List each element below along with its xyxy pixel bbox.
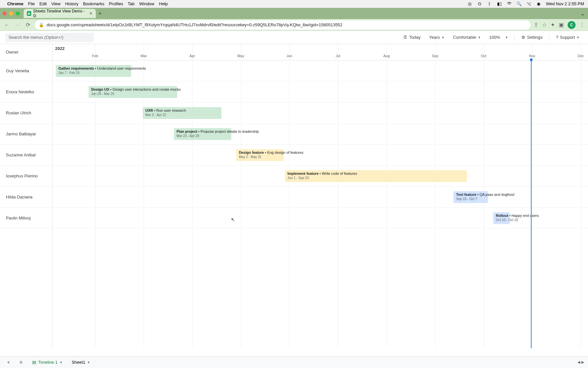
app-name[interactable]: Chrome <box>7 1 23 6</box>
control-center-icon[interactable]: ⌥ <box>526 1 532 7</box>
zoom-label: 100% <box>489 35 500 40</box>
task-title: Test feature <box>456 193 476 196</box>
menubar-datetime[interactable]: Wed Nov 2 2:55 PM <box>546 1 584 6</box>
sheets-toolbar: Search the menus (Option+/) 🗓 Today Year… <box>0 31 588 44</box>
forward-button[interactable]: → <box>14 21 21 29</box>
extensions-icon[interactable]: ✦ <box>551 22 555 28</box>
owner-row[interactable]: Guy Venetia <box>0 60 52 81</box>
share-icon[interactable]: ⇪ <box>534 22 538 28</box>
chrome-menu-icon[interactable]: ⋮ <box>579 22 585 28</box>
sheet-nav-right[interactable]: ▶ <box>581 360 584 364</box>
task-bar[interactable]: UXR • Run user researchMar 3 - Apr 22 <box>143 107 221 119</box>
month-label: Apr <box>189 54 195 58</box>
today-button[interactable]: 🗓 Today <box>400 33 424 42</box>
chevron-down-icon[interactable]: ▼ <box>59 361 62 364</box>
settings-label: Settings <box>527 35 542 40</box>
task-bar[interactable]: Plan project • Propose project details t… <box>174 128 231 140</box>
grid-row: Test feature • QA pass and dogfoodSep 15… <box>52 187 588 208</box>
search-placeholder: Search the menus (Option+/) <box>9 35 63 40</box>
menu-window[interactable]: Window <box>139 1 154 6</box>
battery-icon[interactable]: ▮▯ <box>497 1 502 7</box>
window-controls <box>3 12 20 15</box>
siri-icon[interactable]: ◉ <box>536 1 541 7</box>
task-dates: Jan 7 - Feb 25 <box>58 71 129 75</box>
grid-row: UXR • Run user researchMar 3 - Apr 22 <box>52 103 588 124</box>
task-bar[interactable]: Rollout • Happy end usersOct 10 - Oct 20 <box>493 212 510 224</box>
settings-button[interactable]: ⚙ Settings <box>518 33 546 42</box>
add-sheet-button[interactable]: + <box>4 358 13 367</box>
back-button[interactable]: ← <box>3 21 10 29</box>
task-bar[interactable]: Gather requirements • Understand user re… <box>56 65 131 77</box>
density-select[interactable]: Comfortable ▼ <box>450 33 484 42</box>
chevron-down-icon[interactable]: ▼ <box>87 361 90 364</box>
menu-edit[interactable]: Edit <box>39 1 47 6</box>
browser-addressbar: ← → ⟳ 🔒 docs.google.com/spreadsheets/d/1… <box>0 19 588 31</box>
task-bar[interactable]: Test feature • QA pass and dogfoodSep 15… <box>453 191 488 203</box>
tab-overflow-icon[interactable]: ⌄ <box>580 11 585 17</box>
month-label: Nov <box>529 54 536 58</box>
task-desc: • Propose project details to leadership <box>198 129 259 133</box>
menu-bookmarks[interactable]: Bookmarks <box>83 1 104 6</box>
wifi-icon[interactable] <box>507 1 512 7</box>
sheet-nav-left[interactable]: ◀ <box>578 360 580 364</box>
month-label: Sep <box>432 54 438 58</box>
search-menus-input[interactable]: Search the menus (Option+/) <box>5 33 94 42</box>
macos-menubar: Chrome File Edit View History Bookmarks … <box>0 0 588 8</box>
task-bar[interactable]: Design UX • Design user interactions and… <box>89 86 177 98</box>
sheet-name: Timeline 1 <box>38 360 57 365</box>
spotlight-icon[interactable]: 🔍 <box>516 1 522 7</box>
sheet-name: Sheet1 <box>72 360 85 365</box>
timeline-view: Owner Guy VenetiaEnora NedelkoRuslan Ulr… <box>0 44 588 348</box>
task-bar[interactable]: Design feature • Eng design of featuresM… <box>236 149 284 161</box>
google-icon[interactable]: G <box>477 1 482 7</box>
scale-label: Years <box>429 35 440 40</box>
timeline-icon: ▤ <box>32 360 36 365</box>
all-sheets-button[interactable]: ≡ <box>16 358 26 367</box>
profile-avatar[interactable]: C <box>568 21 576 29</box>
task-title: Implement feature <box>287 172 319 175</box>
owner-row[interactable]: Jarmo Batbayar <box>0 124 52 145</box>
menu-view[interactable]: View <box>51 1 60 6</box>
support-button[interactable]: ? Support ▼ <box>553 33 583 42</box>
chevron-down-icon: ▼ <box>577 36 579 39</box>
owner-row[interactable]: Suzanne Anibal <box>0 145 52 166</box>
task-dates: Jun 1 - Sep 23 <box>287 176 464 180</box>
bluetooth-icon[interactable]: ᛒ <box>487 1 492 7</box>
task-bar[interactable]: Implement feature • Write code of featur… <box>285 170 467 182</box>
scale-select[interactable]: Years ▼ <box>426 33 448 42</box>
support-label: Support <box>560 35 575 40</box>
owner-row[interactable]: Iosephus Pierino <box>0 166 52 187</box>
new-tab-button[interactable]: + <box>98 11 101 16</box>
maximize-window-button[interactable] <box>16 12 20 15</box>
bookmark-icon[interactable]: ☆ <box>542 22 547 28</box>
reload-button[interactable]: ⟳ <box>24 21 32 29</box>
browser-tab[interactable]: ▦ Sheets Timeline View Demo - G ✕ <box>24 9 96 18</box>
menu-file[interactable]: File <box>28 1 35 6</box>
zoom-select[interactable]: 100% ▼ <box>486 33 511 42</box>
grid-rows: Gather requirements • Understand user re… <box>52 60 588 229</box>
owner-row[interactable]: Enora Nedelko <box>0 81 52 103</box>
timeline-grid[interactable]: 2022 FebMarAprMayJunJulAugSepOctNovDec G… <box>52 44 588 348</box>
help-icon: ? <box>556 35 558 40</box>
side-panel-icon[interactable]: ▣ <box>559 22 564 28</box>
close-window-button[interactable] <box>3 12 7 15</box>
cursor-icon: ↖ <box>231 217 235 222</box>
task-dates: Oct 10 - Oct 20 <box>496 218 507 222</box>
menu-profiles[interactable]: Profiles <box>109 1 123 6</box>
owner-row[interactable]: Pavlin Milivoj <box>0 208 52 229</box>
minimize-window-button[interactable] <box>9 12 13 15</box>
url-input[interactable]: 🔒 docs.google.com/spreadsheets/d/1eIpOzJ… <box>35 20 531 30</box>
owner-row[interactable]: Hilda Daciana <box>0 187 52 208</box>
task-desc: • Write code of features <box>320 172 357 175</box>
task-dates: Mar 23 - Apr 29 <box>177 134 229 138</box>
lock-icon: 🔒 <box>39 22 44 27</box>
sheet-tab[interactable]: Sheet1▼ <box>68 358 93 367</box>
cast-icon[interactable]: ◎ <box>467 1 472 7</box>
menu-history[interactable]: History <box>65 1 78 6</box>
close-tab-icon[interactable]: ✕ <box>89 11 93 16</box>
sheet-tab[interactable]: ▤Timeline 1▼ <box>29 358 66 367</box>
menu-tab[interactable]: Tab <box>128 1 135 6</box>
menu-help[interactable]: Help <box>159 1 168 6</box>
task-title: Design UX <box>91 87 109 91</box>
owner-row[interactable]: Ruslan Ulrich <box>0 103 52 124</box>
